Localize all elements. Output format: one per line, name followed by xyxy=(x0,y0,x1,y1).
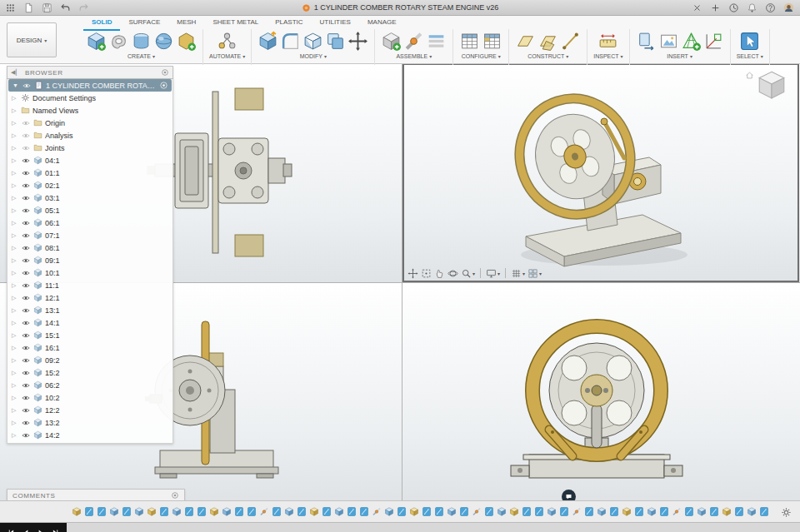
timeline-component-icon[interactable] xyxy=(209,505,219,519)
expand-arrow-icon[interactable]: ▷ xyxy=(12,320,18,326)
tool-plane-icon[interactable] xyxy=(515,31,536,52)
timeline-joint-icon[interactable] xyxy=(259,505,269,519)
tool-select-icon[interactable] xyxy=(739,31,760,52)
expand-arrow-icon[interactable]: ▷ xyxy=(12,332,18,339)
titlebar-close-icon[interactable] xyxy=(692,2,702,13)
timeline-sketch-icon[interactable] xyxy=(184,505,194,519)
browser-component-10-2[interactable]: ▷10:2 xyxy=(8,391,172,404)
timeline-sketch-icon[interactable] xyxy=(559,505,569,519)
timeline-sketch-icon[interactable] xyxy=(197,505,207,519)
expand-arrow-icon[interactable]: ▷ xyxy=(12,307,18,314)
browser-component-06-2[interactable]: ▷06:2 xyxy=(8,379,172,391)
visibility-eye-icon[interactable] xyxy=(21,169,31,177)
browser-root-item[interactable]: ▼1 CYLINDER COMBER ROTARY ... xyxy=(8,79,172,92)
tool-pattern-icon[interactable] xyxy=(176,31,197,52)
timeline-component-icon[interactable] xyxy=(509,505,519,519)
nav-fit-icon[interactable] xyxy=(421,268,432,279)
timeline-sketch-icon[interactable] xyxy=(272,505,282,519)
visibility-eye-icon[interactable] xyxy=(21,244,31,252)
expand-arrow-icon[interactable]: ▷ xyxy=(12,182,18,189)
toolbar-group-label-assemble[interactable]: ASSEMBLE▾ xyxy=(396,53,432,59)
timeline-joint-icon[interactable] xyxy=(372,505,382,519)
toolbar-group-label-modify[interactable]: MODIFY▾ xyxy=(300,53,327,59)
expand-arrow-icon[interactable]: ▷ xyxy=(12,207,18,214)
browser-item-named-views[interactable]: ▷Named Views xyxy=(8,104,172,117)
timeline-sketch-icon[interactable] xyxy=(434,505,444,519)
timeline-feature-icon[interactable] xyxy=(547,505,557,519)
visibility-eye-icon[interactable] xyxy=(21,194,31,202)
tool-combine-icon[interactable] xyxy=(325,31,346,52)
expand-arrow-icon[interactable]: ▷ xyxy=(12,170,18,177)
expand-arrow-icon[interactable]: ▷ xyxy=(12,245,18,251)
browser-component-13-1[interactable]: ▷13:1 xyxy=(8,304,172,316)
tool-mesh-icon[interactable] xyxy=(681,31,702,52)
titlebar-save-icon[interactable] xyxy=(42,2,52,13)
browser-component-11-1[interactable]: ▷11:1 xyxy=(8,279,172,291)
tool-derive-icon[interactable] xyxy=(636,31,657,52)
tool-sphere-icon[interactable] xyxy=(153,31,174,52)
timeline-feature-icon[interactable] xyxy=(334,505,344,519)
tool-config-table-icon[interactable] xyxy=(482,31,502,52)
timeline-sketch-icon[interactable] xyxy=(234,505,244,519)
tab-manage[interactable]: MANAGE xyxy=(359,15,405,29)
browser-component-12-2[interactable]: ▷12:2 xyxy=(8,404,172,416)
timeline-sketch-icon[interactable] xyxy=(297,505,307,519)
timeline-sketch-icon[interactable] xyxy=(247,505,257,519)
tool-measure-icon[interactable] xyxy=(598,31,618,52)
timeline-sketch-icon[interactable] xyxy=(347,505,357,519)
visibility-eye-icon[interactable] xyxy=(21,356,31,365)
browser-component-09-1[interactable]: ▷09:1 xyxy=(8,254,172,266)
timeline-feature-icon[interactable] xyxy=(647,505,657,519)
titlebar-avatar-icon[interactable] xyxy=(783,2,794,13)
viewport-top-right[interactable] xyxy=(402,63,800,282)
activate-component-radio[interactable] xyxy=(159,81,168,90)
timeline-component-icon[interactable] xyxy=(309,505,319,519)
tool-form-icon[interactable] xyxy=(108,31,129,52)
nav-views-icon[interactable]: ▾ xyxy=(528,268,542,279)
titlebar-add-icon[interactable] xyxy=(710,2,721,13)
timeline-component-icon[interactable] xyxy=(72,505,82,519)
playback-step-back-icon[interactable] xyxy=(22,525,30,532)
home-view-icon[interactable] xyxy=(745,68,754,77)
timeline-feature-icon[interactable] xyxy=(384,505,394,519)
timeline-feature-icon[interactable] xyxy=(447,505,457,519)
expand-arrow-icon[interactable]: ▷ xyxy=(12,370,18,376)
visibility-eye-icon[interactable] xyxy=(21,369,31,377)
titlebar-apps-grid-icon[interactable] xyxy=(5,2,16,13)
visibility-eye-icon[interactable] xyxy=(21,381,31,390)
toolbar-group-label-select[interactable]: SELECT▾ xyxy=(737,53,763,59)
timeline-sketch-icon[interactable] xyxy=(584,505,594,519)
titlebar-undo-icon[interactable] xyxy=(60,2,71,13)
browser-item-analysis[interactable]: ▷Analysis xyxy=(8,129,172,142)
titlebar-notifications-icon[interactable] xyxy=(747,2,758,13)
browser-options-icon[interactable] xyxy=(161,68,169,77)
visibility-eye-icon[interactable] xyxy=(21,256,31,265)
expand-arrow-icon[interactable]: ▷ xyxy=(12,195,18,201)
tool-drive-joints-icon[interactable] xyxy=(426,31,447,52)
timeline-joint-icon[interactable] xyxy=(672,505,682,519)
browser-component-10-1[interactable]: ▷10:1 xyxy=(8,266,172,279)
visibility-eye-icon[interactable] xyxy=(21,431,31,440)
visibility-eye-icon[interactable] xyxy=(21,231,31,240)
browser-component-14-2[interactable]: ▷14:2 xyxy=(8,429,172,441)
browser-component-08-1[interactable]: ▷08:1 xyxy=(8,241,172,254)
timeline-feature-icon[interactable] xyxy=(222,505,232,519)
expand-arrow-icon[interactable]: ▷ xyxy=(12,282,18,289)
nav-zoom-icon[interactable]: ▾ xyxy=(461,268,475,279)
nav-display-icon[interactable]: ▾ xyxy=(486,268,500,279)
browser-component-05-1[interactable]: ▷05:1 xyxy=(8,204,172,216)
timeline-sketch-icon[interactable] xyxy=(97,505,107,519)
toolbar-group-label-construct[interactable]: CONSTRUCT▾ xyxy=(528,53,568,59)
tool-canvas-icon[interactable] xyxy=(658,31,679,52)
visibility-eye-icon[interactable] xyxy=(21,406,31,415)
browser-component-12-1[interactable]: ▷12:1 xyxy=(8,291,172,304)
timeline-sketch-icon[interactable] xyxy=(609,505,619,519)
timeline-sketch-icon[interactable] xyxy=(422,505,432,519)
browser-component-15-2[interactable]: ▷15:2 xyxy=(8,366,172,379)
expand-arrow-icon[interactable]: ▷ xyxy=(12,132,18,139)
browser-component-01-1[interactable]: ▷01:1 xyxy=(8,167,172,179)
tool-configurations-icon[interactable] xyxy=(459,31,480,52)
design-menu-button[interactable]: DESIGN ▾ xyxy=(7,22,57,57)
comments-options-icon[interactable] xyxy=(171,491,179,500)
timeline-sketch-icon[interactable] xyxy=(484,505,494,519)
